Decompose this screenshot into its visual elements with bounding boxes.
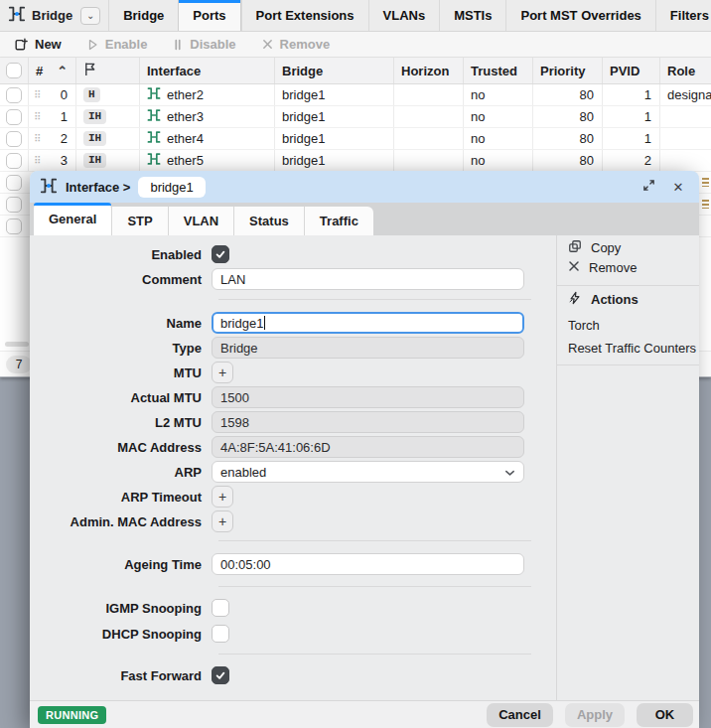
table-row[interactable]: ⠿1 IH ether3 bridge1 no 80 1: [0, 106, 711, 128]
select-all-checkbox[interactable]: [0, 58, 28, 83]
interface-dialog: Interface > bridge1 ✕ General STP VLAN S…: [30, 171, 699, 728]
tab-vlan[interactable]: VLAN: [168, 207, 233, 235]
fast-forward-checkbox[interactable]: [212, 666, 229, 684]
ok-button[interactable]: OK: [637, 703, 693, 727]
tab-vlans[interactable]: VLANs: [368, 0, 440, 31]
dialog-body: Enabled Comment LAN Name bridge1 Type Br…: [30, 235, 699, 700]
row-checkbox[interactable]: [0, 84, 28, 105]
admin-mac-label: Admin. MAC Address: [30, 514, 212, 529]
copy-button[interactable]: Copy: [568, 239, 621, 256]
apply-button[interactable]: Apply: [565, 703, 625, 727]
table-row[interactable]: ⠿3 IH ether5 bridge1 no 80 2: [0, 150, 711, 172]
item-count-badge: 7: [6, 356, 32, 373]
tab-filters[interactable]: Filters: [655, 0, 711, 31]
tab-port-mst-overrides[interactable]: Port MST Overrides: [505, 0, 654, 31]
reset-traffic-counters-button[interactable]: Reset Traffic Counters: [568, 341, 696, 356]
chevron-down-icon: ⌄: [86, 10, 94, 21]
dhcp-snooping-checkbox[interactable]: [212, 625, 229, 643]
tab-traffic[interactable]: Traffic: [304, 207, 373, 235]
horizontal-scrollbar[interactable]: [5, 342, 29, 347]
l2-mtu-label: L2 MTU: [30, 415, 212, 430]
torch-button[interactable]: Torch: [568, 318, 600, 333]
bridge-icon: [40, 177, 58, 198]
column-header-trusted[interactable]: Trusted: [463, 58, 532, 83]
mac-address-value: 4A:8F:5A:41:06:6D: [212, 436, 524, 458]
enabled-checkbox[interactable]: [212, 245, 229, 263]
fast-forward-label: Fast Forward: [30, 668, 212, 683]
remove-button[interactable]: Remove: [262, 37, 331, 52]
actions-menu[interactable]: Actions: [568, 291, 639, 308]
close-icon: ✕: [673, 180, 684, 195]
column-header-pvid[interactable]: PVID: [602, 58, 659, 83]
tab-mstis[interactable]: MSTIs: [439, 0, 505, 31]
remove-button[interactable]: Remove: [568, 260, 637, 275]
name-input[interactable]: bridge1: [212, 312, 524, 334]
bridge-port-icon: [147, 108, 161, 125]
column-header-bridge[interactable]: Bridge: [274, 58, 393, 83]
row-checkbox[interactable]: [0, 150, 28, 171]
divider: [557, 285, 699, 286]
drag-handle-icon[interactable]: ⠿: [34, 133, 40, 144]
row-checkbox[interactable]: [0, 194, 28, 215]
tab-port-extensions[interactable]: Port Extensions: [241, 0, 368, 31]
column-header-horizon[interactable]: Horizon: [393, 58, 463, 83]
column-header-flags[interactable]: [75, 58, 139, 83]
dialog-titlebar[interactable]: Interface > bridge1 ✕: [30, 171, 699, 203]
igmp-snooping-checkbox[interactable]: [212, 599, 229, 617]
ageing-time-label: Ageing Time: [30, 557, 212, 572]
enable-button[interactable]: Enable: [87, 37, 148, 52]
arp-timeout-label: ARP Timeout: [30, 490, 212, 505]
disable-button[interactable]: Disable: [173, 37, 235, 52]
tab-status[interactable]: Status: [233, 207, 304, 235]
column-header-role[interactable]: Role: [659, 58, 711, 83]
tab-stp[interactable]: STP: [111, 207, 167, 235]
row-checkbox[interactable]: [0, 172, 28, 193]
copy-icon: [568, 239, 582, 256]
admin-mac-add-button[interactable]: +: [212, 510, 233, 532]
play-icon: [87, 39, 98, 51]
dialog-tab-bar: General STP VLAN Status Traffic: [30, 203, 699, 235]
tab-general[interactable]: General: [34, 203, 111, 235]
tab-bridge[interactable]: Bridge: [108, 0, 178, 31]
table-fragment: [702, 178, 709, 187]
row-checkbox[interactable]: [0, 128, 28, 149]
detach-button[interactable]: [638, 176, 659, 198]
row-checkbox[interactable]: [0, 216, 28, 236]
window-title-area: Bridge ⌄: [0, 0, 108, 31]
chevron-down-icon: [504, 465, 515, 480]
dialog-title: Interface >: [66, 180, 130, 195]
drag-handle-icon[interactable]: ⠿: [34, 89, 40, 100]
new-button[interactable]: New: [14, 37, 62, 52]
table-row[interactable]: ⠿0 H ether2 bridge1 no 80 1 designated: [0, 84, 711, 106]
table-row[interactable]: ⠿2 IH ether4 bridge1 no 80 1: [0, 128, 711, 150]
window-menu-button[interactable]: ⌄: [80, 7, 100, 25]
comment-input[interactable]: LAN: [212, 268, 524, 290]
text-cursor: [264, 316, 265, 330]
window-title: Bridge: [32, 8, 72, 23]
nav-tab-bar: Bridge Ports Port Extensions VLANs MSTIs…: [108, 0, 711, 31]
divider: [218, 654, 531, 655]
sort-asc-icon: ⌃: [57, 64, 68, 78]
close-button[interactable]: ✕: [667, 176, 689, 198]
arp-select[interactable]: enabled: [212, 461, 524, 483]
arp-timeout-add-button[interactable]: +: [212, 486, 233, 508]
ageing-time-input[interactable]: 00:05:00: [212, 553, 524, 575]
dialog-title-target: bridge1: [138, 177, 205, 198]
tab-ports[interactable]: Ports: [178, 0, 240, 31]
column-header-interface[interactable]: Interface: [139, 58, 274, 83]
expand-icon: [642, 179, 655, 195]
column-header-num[interactable]: # ⌃: [28, 58, 75, 83]
name-label: Name: [30, 316, 212, 331]
type-label: Type: [30, 341, 212, 356]
column-header-priority[interactable]: Priority: [532, 58, 602, 83]
row-checkbox[interactable]: [0, 106, 28, 127]
mtu-add-button[interactable]: +: [212, 362, 233, 383]
flags-badge: IH: [83, 153, 106, 168]
dhcp-snooping-label: DHCP Snooping: [30, 627, 212, 642]
mtu-label: MTU: [30, 365, 212, 380]
type-value: Bridge: [212, 337, 524, 359]
x-icon: [262, 39, 273, 50]
drag-handle-icon[interactable]: ⠿: [34, 155, 40, 166]
drag-handle-icon[interactable]: ⠿: [34, 111, 40, 122]
cancel-button[interactable]: Cancel: [487, 703, 553, 727]
